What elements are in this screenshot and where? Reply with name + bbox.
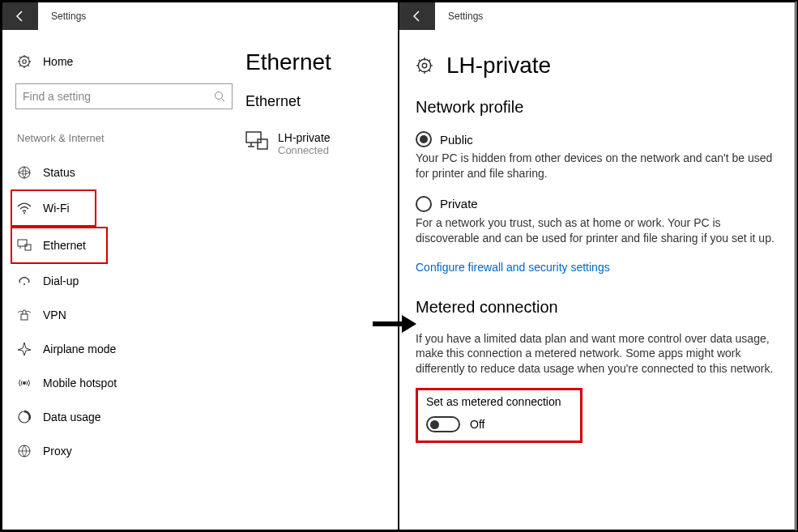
search-input[interactable]	[23, 90, 225, 103]
radio-label: Private	[440, 197, 478, 211]
network-name: LH-private	[278, 131, 331, 144]
network-entry[interactable]: LH-private Connected	[245, 131, 391, 156]
ethernet-icon	[17, 238, 32, 253]
nav-item-wifi[interactable]: Wi-Fi	[15, 191, 88, 225]
nav-label: Wi-Fi	[43, 202, 70, 215]
svg-line-35	[429, 60, 430, 62]
svg-line-32	[419, 60, 420, 62]
svg-point-27	[422, 63, 427, 68]
page-title: LH-private	[446, 53, 551, 79]
toggle-knob	[430, 420, 439, 429]
window-title: Settings	[448, 11, 483, 22]
toggle-state: Off	[470, 418, 484, 431]
nav-label: Proxy	[43, 445, 72, 458]
svg-point-12	[19, 167, 30, 178]
svg-rect-22	[246, 132, 261, 143]
svg-line-33	[429, 70, 430, 71]
svg-marker-37	[402, 315, 416, 333]
metered-toggle[interactable]	[426, 416, 460, 432]
nav-item-ethernet[interactable]: Ethernet	[15, 228, 100, 262]
wifi-icon	[17, 201, 32, 215]
home-nav-item[interactable]: Home	[17, 54, 233, 69]
svg-line-7	[28, 65, 29, 66]
back-button[interactable]	[399, 2, 435, 30]
svg-line-34	[419, 70, 420, 71]
nav-item-status[interactable]: Status	[15, 155, 233, 189]
nav-label: Dial-up	[43, 275, 79, 287]
nav-label: Status	[43, 166, 75, 179]
radio-public[interactable]: Public	[416, 131, 779, 147]
metered-description: If you have a limited data plan and want…	[416, 331, 779, 377]
dialup-icon	[17, 274, 32, 288]
nav-item-datausage[interactable]: Data usage	[15, 400, 233, 434]
toggle-label: Set as metered connection	[426, 395, 572, 408]
svg-rect-23	[258, 139, 267, 149]
window-title: Settings	[51, 11, 86, 22]
public-description: Your PC is hidden from other devices on …	[416, 151, 779, 181]
configure-link[interactable]: Configure firewall and security settings	[416, 261, 779, 274]
nav-label: Airplane mode	[43, 343, 116, 355]
status-icon	[17, 165, 32, 180]
category-label: Network & Internet	[17, 132, 233, 144]
metered-highlight-box: Set as metered connection Off	[416, 388, 582, 443]
page-title: Ethernet	[245, 49, 391, 75]
svg-line-9	[28, 57, 29, 58]
airplane-icon	[17, 342, 32, 356]
svg-line-11	[222, 99, 225, 102]
svg-point-19	[23, 381, 26, 385]
nav-label: Mobile hotspot	[43, 377, 117, 389]
nav-label: Data usage	[43, 411, 101, 423]
home-label: Home	[43, 55, 73, 68]
nav-item-proxy[interactable]: Proxy	[15, 434, 233, 468]
network-icon	[245, 131, 268, 151]
search-icon	[214, 91, 225, 102]
radio-label: Public	[440, 133, 473, 147]
nav-label: Ethernet	[43, 239, 86, 252]
section-heading-metered: Metered connection	[416, 298, 779, 317]
annotation-arrow-icon	[371, 312, 416, 339]
radio-icon-selected	[416, 131, 432, 147]
nav-item-vpn[interactable]: VPN	[15, 298, 233, 332]
window-header: Settings	[2, 2, 398, 30]
svg-line-8	[19, 65, 21, 66]
search-input-container[interactable]	[15, 83, 233, 109]
gear-icon	[416, 57, 433, 74]
vpn-icon	[17, 308, 32, 322]
network-status: Connected	[278, 144, 331, 156]
svg-rect-18	[21, 314, 28, 320]
nav-label: VPN	[43, 309, 66, 321]
svg-point-10	[216, 92, 223, 100]
back-button[interactable]	[2, 2, 38, 30]
nav-item-hotspot[interactable]: Mobile hotspot	[15, 366, 233, 400]
home-icon	[17, 54, 32, 69]
hotspot-icon	[17, 376, 32, 390]
nav-item-dialup[interactable]: Dial-up	[15, 264, 233, 298]
private-description: For a network you trust, such as at home…	[416, 215, 779, 246]
svg-point-13	[23, 212, 25, 214]
datausage-icon	[17, 410, 32, 424]
svg-rect-15	[25, 245, 31, 250]
sub-title: Ethernet	[245, 93, 391, 110]
section-heading-profile: Network profile	[416, 98, 779, 117]
proxy-icon	[17, 444, 32, 458]
radio-private[interactable]: Private	[416, 196, 779, 212]
svg-point-1	[23, 60, 27, 64]
nav-item-airplane[interactable]: Airplane mode	[15, 332, 233, 366]
svg-point-17	[23, 283, 25, 285]
window-header: Settings	[399, 2, 795, 30]
radio-icon-unselected	[416, 196, 432, 212]
svg-line-6	[19, 57, 21, 58]
